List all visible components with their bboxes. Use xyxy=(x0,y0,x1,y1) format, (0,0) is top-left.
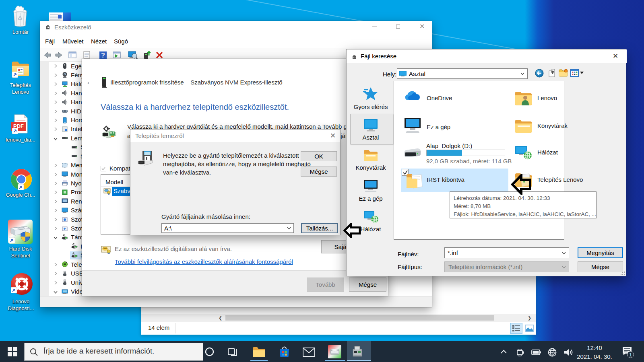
svg-text:?: ? xyxy=(101,52,105,59)
